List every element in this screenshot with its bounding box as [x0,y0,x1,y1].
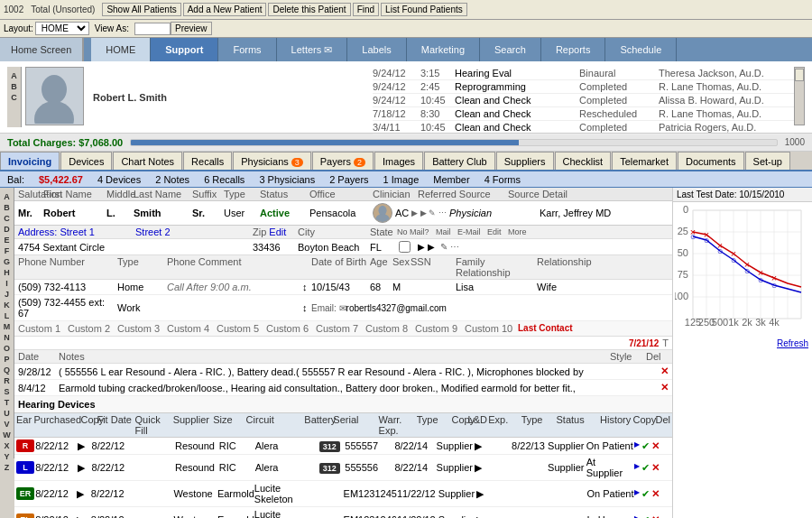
find-button[interactable]: Find [353,3,379,16]
sidebar-M[interactable]: M [4,321,11,332]
sub-tab-invoicing[interactable]: Invoicing [0,152,60,170]
hd-size-1: RIC [219,440,255,451]
svg-point-1 [34,101,74,124]
sub-tab-physicians[interactable]: Physicians3 [233,152,311,170]
svg-text:3k: 3k [755,317,766,328]
note-delete-2[interactable]: ✕ [660,382,669,393]
sidebar-letter-c[interactable]: C [11,92,17,103]
home-screen-label: Home Screen [11,44,71,55]
alphabet-sidebar: A B C [7,67,22,127]
ear-badge-L: L [16,461,34,474]
hd-serial-4: EM1231246 [344,514,397,518]
list-found-button[interactable]: List Found Patients [381,3,467,16]
sidebar-B[interactable]: B [4,202,10,213]
svg-text:25: 25 [678,226,688,236]
no-mail-checkbox[interactable] [399,241,411,253]
sub-tab-battery-club[interactable]: Battery Club [424,152,495,170]
hd-purchased-3: 8/22/12 [35,488,77,499]
sidebar-Y[interactable]: Y [4,451,9,462]
tab-marketing[interactable]: Marketing [407,38,480,61]
hd-warr-4: 11/22/12 [397,514,438,518]
home-screen-button[interactable]: Home Screen [0,38,84,61]
svg-text:1k: 1k [728,317,739,328]
sidebar-T[interactable]: T [5,397,10,408]
appointments-panel: 9/24/12 3:15 Hearing Eval Binaural There… [365,67,794,127]
office: Pensacola [309,208,373,218]
sidebar-J[interactable]: J [5,289,9,300]
sidebar-S[interactable]: S [4,386,9,397]
sub-tab-suppliers[interactable]: Suppliers [496,152,554,170]
patient-type: User [224,208,260,218]
city-value: Boyton Beach [298,242,370,253]
nav-tabs: Home Screen HOME Support Forms Letters ✉… [0,38,812,61]
svg-point-3 [375,214,390,223]
tab-letters[interactable]: Letters ✉ [277,38,348,61]
tab-support[interactable]: Support [151,38,218,61]
sidebar-E[interactable]: E [4,235,9,245]
sidebar-R[interactable]: R [4,375,10,386]
tab-schedule[interactable]: Schedule [605,38,677,61]
sub-tab-recalls[interactable]: Recalls [183,152,232,170]
view-as-input[interactable] [134,23,171,35]
salutation: Mr. [18,208,43,218]
hd-copy-btn-1[interactable]: ▶ [78,440,92,452]
street1-value: 4754 Sextant Circle [18,242,135,253]
tab-home[interactable]: HOME [91,38,151,61]
sidebar-Q[interactable]: Q [4,365,10,375]
svg-point-0 [42,75,67,104]
delete-patient-button[interactable]: Delete this Patient [268,3,350,16]
sub-tab-documents[interactable]: Documents [678,152,744,170]
sidebar-K[interactable]: K [4,300,10,310]
add-new-patient-button[interactable]: Add a New Patient [183,3,267,16]
svg-text:○: ○ [758,274,764,285]
sidebar-H[interactable]: H [4,267,10,278]
sidebar-G[interactable]: G [4,256,10,267]
sidebar-N[interactable]: N [4,332,10,343]
sub-tab-checklist[interactable]: Checklist [555,152,612,170]
sidebar-L[interactable]: L [5,310,10,321]
audiogram-chart-container: 0 25 50 75 100 125 250 500 1k 2k 3k 4k ×… [673,202,812,338]
sidebar-Z[interactable]: Z [5,462,10,473]
sidebar-O[interactable]: O [4,343,10,354]
sidebar-X[interactable]: X [4,440,9,451]
sidebar-F[interactable]: F [5,245,10,256]
sub-tab-setup[interactable]: Set-up [745,152,790,170]
show-all-patients-button[interactable]: Show All Patients [102,3,180,16]
hd-size-2: RIC [219,462,255,473]
hd-size-4: Earmold [217,514,254,518]
tab-forms[interactable]: Forms [218,38,276,61]
sub-tab-devices[interactable]: Devices [60,152,112,170]
sidebar-A[interactable]: A [4,191,10,202]
phone-comment-1: Call After 9:00 a.m. [167,282,302,292]
sub-tab-telemarket[interactable]: Telemarket [612,152,677,170]
sidebar-P[interactable]: P [4,354,9,365]
hd-fitdate-3: 8/22/12 [91,488,133,499]
sidebar-D[interactable]: D [4,224,10,235]
sidebar-I[interactable]: I [5,278,8,289]
sub-tab-chart-notes[interactable]: Chart Notes [113,152,182,170]
layout-select[interactable]: HOME [35,22,89,35]
hd-type-3: Supplier [438,488,476,499]
sidebar-C[interactable]: C [4,213,10,224]
tab-reports[interactable]: Reports [541,38,606,61]
last-contact-label: Last Contact [518,323,573,334]
sidebar-W[interactable]: W [3,430,11,440]
note-delete-1[interactable]: ✕ [660,365,669,377]
sub-tab-images[interactable]: Images [374,152,423,170]
tab-search[interactable]: Search [480,38,541,61]
phone-type-2: Work [117,302,167,313]
total-label: Total (Unsorted) [31,5,95,14]
phone-row-1: (509) 732-4113 Home Call After 9:00 a.m.… [14,280,672,295]
svg-text:4k: 4k [769,317,780,328]
sidebar-V[interactable]: V [4,419,9,430]
sidebar-letter-a[interactable]: A [11,70,17,81]
patient-detail-header: Salutation First Name Middle Last Name S… [14,188,672,201]
sidebar-U[interactable]: U [4,408,10,419]
sidebar-letter-b[interactable]: B [11,81,17,92]
refresh-button[interactable]: Refresh [777,338,808,348]
family-name: Lisa [456,282,537,292]
sub-tab-payers[interactable]: Payers2 [312,152,374,170]
preview-button[interactable]: Preview [171,22,212,35]
tab-labels[interactable]: Labels [347,38,406,61]
last-test-date: Last Test Date: 10/15/2010 [673,188,812,202]
